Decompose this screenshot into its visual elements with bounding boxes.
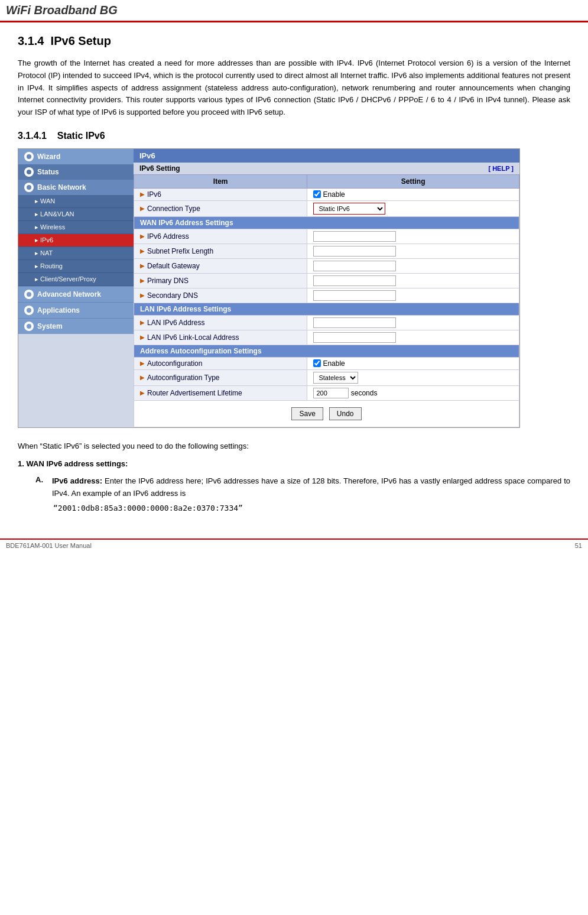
sidebar-item-applications[interactable]: Applications: [18, 302, 134, 318]
autoconfig-checkbox[interactable]: [313, 359, 321, 367]
ipv6-label-cell: ▶ IPv6: [134, 188, 307, 200]
connection-type-label-cell: ▶ Connection Type: [134, 200, 307, 216]
connection-type-value-cell[interactable]: Static IPv6 DHCPv6 PPPoE 6 to 4 IPv6 in …: [307, 200, 519, 216]
autoconfig-cell: Enable: [307, 357, 519, 369]
applications-label: Applications: [37, 306, 80, 314]
button-cell: Save Undo: [134, 400, 519, 427]
svg-point-1: [27, 170, 31, 174]
sidebar-item-basic-network[interactable]: Basic Network: [18, 180, 134, 195]
primary-dns-input[interactable]: [313, 275, 396, 286]
sidebar-item-wireless[interactable]: ▸ Wireless: [18, 221, 134, 234]
subnet-prefix-input[interactable]: [313, 246, 396, 257]
secondary-dns-input[interactable]: [313, 290, 396, 301]
primary-dns-cell[interactable]: [307, 273, 519, 288]
lan-ipv6-address-input[interactable]: [313, 317, 396, 328]
item-a-body: Enter the IPv6 address here; IPv6 addres…: [52, 476, 570, 498]
button-row: Save Undo: [134, 400, 519, 427]
basic-network-label: Basic Network: [37, 183, 86, 192]
intro-paragraph: The growth of the Internet has created a…: [18, 57, 570, 119]
arrow-icon: ▶: [140, 191, 145, 197]
wan-section-title: 1. WAN IPv6 address settings:: [18, 458, 570, 471]
system-label: System: [37, 322, 63, 330]
autoconfig-type-select[interactable]: Stateless Stateful: [313, 372, 358, 384]
arrow-icon: ▶: [140, 374, 145, 381]
arrow-icon: ▶: [140, 248, 145, 254]
help-link[interactable]: [ HELP ]: [488, 165, 514, 172]
svg-point-5: [27, 324, 31, 329]
sidebar-item-status[interactable]: Status: [18, 164, 134, 180]
ipv6-address-label: ▶ IPv6 Address: [134, 229, 307, 244]
ipv6-enable-checkbox[interactable]: [313, 190, 321, 198]
ipv6-address-bold: IPv6 address:: [52, 476, 102, 485]
subnet-prefix-label: ▶ Subnet Prefix Length: [134, 244, 307, 258]
wan-section-row: WAN IPv6 Address Settings: [134, 216, 519, 229]
arrow-icon: ▶: [140, 334, 145, 340]
sidebar-item-wizard[interactable]: Wizard: [18, 149, 134, 164]
arrow-icon: ▶: [140, 205, 145, 212]
router-adv-cell[interactable]: seconds: [307, 385, 519, 400]
advanced-network-label: Advanced Network: [37, 290, 101, 298]
table-row: ▶ IPv6 Enable: [134, 188, 519, 200]
basic-network-icon: [24, 183, 34, 192]
wireless-bullet: ▸: [35, 223, 40, 231]
table-header-row: Item Setting: [134, 174, 519, 188]
item-a-text: IPv6 address: Enter the IPv6 address her…: [52, 475, 570, 500]
wan-section-label: WAN IPv6 Address Settings: [134, 216, 519, 229]
lan-ipv6-address-label: ▶ LAN IPv6 Address: [134, 315, 307, 330]
status-icon: [24, 167, 34, 177]
table-row: ▶ Default Gateway: [134, 258, 519, 273]
router-ui-screenshot: Wizard Status Basic Network ▸ WAN ▸ LAN&…: [18, 148, 520, 428]
autoconfig-type-cell[interactable]: Stateless Stateful: [307, 369, 519, 385]
content-area: 3.1.4 IPv6 Setup The growth of the Inter…: [0, 22, 588, 533]
system-icon: [24, 322, 34, 331]
main-panel: IPv6 IPv6 Setting [ HELP ] Item Setting: [134, 149, 519, 427]
router-adv-input[interactable]: [313, 388, 349, 398]
table-row: ▶ Secondary DNS: [134, 288, 519, 303]
connection-type-select[interactable]: Static IPv6 DHCPv6 PPPoE 6 to 4 IPv6 in …: [313, 203, 385, 215]
table-row: ▶ Connection Type Static IPv6 DHCPv6 PPP…: [134, 200, 519, 216]
arrow-icon: ▶: [140, 360, 145, 366]
lan-ipv6-link-local-cell[interactable]: [307, 330, 519, 345]
save-button[interactable]: Save: [291, 407, 323, 420]
table-row: ▶ IPv6 Address: [134, 229, 519, 244]
sidebar-item-wan[interactable]: ▸ WAN: [18, 195, 134, 208]
settings-table: Item Setting ▶ IPv6: [134, 174, 519, 427]
svg-point-0: [27, 154, 31, 159]
table-row: ▶ LAN IPv6 Link-Local Address: [134, 330, 519, 345]
sidebar-item-system[interactable]: System: [18, 318, 134, 334]
footer-model: BDE761AM-001 User Manual: [6, 542, 92, 549]
subnet-prefix-cell[interactable]: [307, 244, 519, 258]
site-title: WiFi Broadband BG: [6, 4, 582, 17]
lan-ipv6-link-local-label: ▶ LAN IPv6 Link-Local Address: [134, 330, 307, 345]
routing-bullet: ▸: [35, 262, 40, 270]
default-gateway-input[interactable]: [313, 261, 396, 271]
table-row: ▶ LAN IPv6 Address: [134, 315, 519, 330]
table-row: ▶ Autoconfiguration Enable: [134, 357, 519, 369]
col-setting-header: Setting: [307, 174, 519, 188]
undo-button[interactable]: Undo: [329, 407, 362, 420]
ipv6-address-cell[interactable]: [307, 229, 519, 244]
sidebar-item-lan-vlan[interactable]: ▸ LAN&VLAN: [18, 208, 134, 221]
table-row: ▶ Autoconfiguration Type Stateless State…: [134, 369, 519, 385]
secondary-dns-cell[interactable]: [307, 288, 519, 303]
svg-point-3: [27, 292, 31, 297]
lan-ipv6-address-cell[interactable]: [307, 315, 519, 330]
lan-bullet: ▸: [35, 210, 40, 218]
arrow-icon: ▶: [140, 390, 145, 396]
sidebar-item-ipv6[interactable]: ▸ IPv6: [18, 234, 134, 247]
sidebar-item-routing[interactable]: ▸ Routing: [18, 260, 134, 273]
footer-page: 51: [575, 542, 582, 549]
sidebar-item-advanced-network[interactable]: Advanced Network: [18, 286, 134, 302]
setting-label: IPv6 Setting: [139, 164, 180, 173]
autoconfig-label: ▶ Autoconfiguration: [134, 357, 307, 369]
item-a: A. IPv6 address: Enter the IPv6 address …: [35, 475, 570, 500]
lan-ipv6-link-local-input[interactable]: [313, 332, 396, 343]
default-gateway-cell[interactable]: [307, 258, 519, 273]
ipv6-address-input[interactable]: [313, 231, 396, 242]
arrow-icon: ▶: [140, 277, 145, 284]
sidebar-item-client-server[interactable]: ▸ Client/Server/Proxy: [18, 273, 134, 286]
svg-point-4: [27, 308, 31, 313]
arrow-icon: ▶: [140, 292, 145, 298]
table-row: ▶ Subnet Prefix Length: [134, 244, 519, 258]
sidebar-item-nat[interactable]: ▸ NAT: [18, 247, 134, 260]
